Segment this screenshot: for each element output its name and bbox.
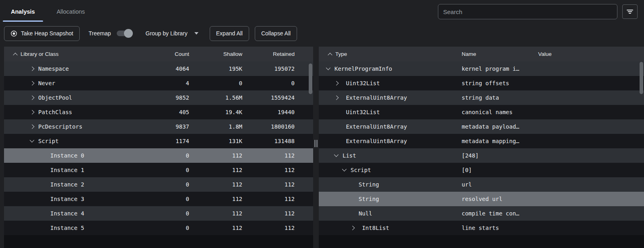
table-row[interactable]: Instance 5 0 112 112 (4, 221, 313, 235)
column-header-label: Library or Class (21, 51, 59, 57)
table-row[interactable]: _Uint32List string_offsets_ (319, 76, 644, 90)
chevron-right-icon[interactable] (31, 111, 38, 114)
treemap-toggle[interactable] (116, 29, 133, 38)
table-row[interactable]: _ExternalUint8Array string_data_ (319, 90, 644, 105)
library-or-class-cell: PcDescriptors (4, 123, 142, 130)
table-row[interactable]: _ExternalUint8Array metadata_payload… (319, 119, 644, 134)
expand-all-button[interactable]: Expand All (210, 26, 249, 41)
row-label: Namespace (38, 66, 69, 72)
table-row[interactable]: Instance 4 0 112 112 (4, 206, 313, 221)
type-cell: _ExternalUint8Array (319, 94, 462, 101)
table-row[interactable]: _ExternalUint8Array metadata_mapping… (319, 134, 644, 148)
table-row[interactable]: Script 1174 131K 131488 (4, 134, 313, 148)
chevron-right-icon[interactable] (31, 82, 38, 85)
no-chevron-icon (335, 125, 343, 128)
table-row[interactable]: Script [0] (319, 163, 644, 177)
chevron-down-icon[interactable] (335, 155, 343, 156)
row-label: PcDescriptors (38, 123, 83, 130)
shallow-cell: 112 (189, 167, 242, 173)
tab-allocations[interactable]: Allocations (46, 0, 96, 23)
shallow-cell: 19.4K (189, 109, 242, 115)
tab-analysis[interactable]: Analysis (0, 0, 46, 23)
row-type-label: KernelProgramInfo (334, 66, 392, 72)
tab-bar: Analysis Allocations (0, 0, 96, 23)
group-by-dropdown[interactable]: Group by Library (146, 30, 198, 37)
class-table-body: Namespace 4064 195K 195072 Never 4 0 0 O… (4, 61, 313, 235)
column-header-count[interactable]: Count (142, 51, 189, 57)
type-cell: _ExternalUint8Array (319, 138, 462, 144)
chevron-down-icon[interactable] (343, 169, 351, 171)
chevron-right-icon[interactable] (351, 226, 359, 230)
column-header-library-or-class[interactable]: Library or Class (4, 51, 142, 57)
no-chevron-icon (43, 183, 50, 186)
class-table-panel: Library or Class Count Shallow Retained … (4, 47, 313, 248)
table-row[interactable]: Null compile_time_con… (319, 206, 644, 221)
type-cell: _Uint32List (319, 80, 462, 86)
shallow-cell: 195K (189, 66, 242, 72)
chevron-right-icon[interactable] (335, 96, 343, 99)
library-or-class-cell: ObjectPool (4, 94, 142, 101)
field-name-cell: metadata_mapping… (462, 138, 538, 144)
detail-table-body: KernelProgramInfo kernel_program_i… _Uin… (319, 61, 644, 235)
chevron-down-icon[interactable] (327, 68, 334, 70)
column-header-type[interactable]: Type (319, 51, 462, 57)
row-type-label: _ExternalUint8Array (343, 94, 407, 101)
row-label: Instance 5 (50, 225, 84, 231)
row-label: Instance 3 (50, 196, 84, 202)
table-row[interactable]: Instance 1 0 112 112 (4, 163, 313, 177)
search-input[interactable] (438, 4, 617, 19)
shallow-cell: 1.56M (189, 94, 242, 101)
chevron-right-icon[interactable] (31, 125, 38, 128)
count-cell: 1174 (142, 138, 189, 144)
table-row[interactable]: Never 4 0 0 (4, 76, 313, 90)
shallow-cell: 112 (189, 210, 242, 217)
no-chevron-icon (335, 111, 343, 114)
column-header-value[interactable]: Value (538, 51, 638, 57)
chevron-right-icon[interactable] (31, 96, 38, 99)
count-cell: 0 (142, 152, 189, 159)
table-row[interactable]: Instance 0 0 112 112 (4, 148, 313, 163)
row-label: Instance 2 (50, 181, 84, 188)
type-cell: Null (319, 210, 462, 217)
take-heap-snapshot-button[interactable]: Take Heap Snapshot (4, 26, 80, 41)
column-header-retained[interactable]: Retained (242, 51, 295, 57)
column-header-shallow[interactable]: Shallow (189, 51, 242, 57)
field-name-cell: kernel_program_i… (462, 66, 538, 72)
row-label: Instance 4 (50, 210, 84, 217)
memory-toolbar: Take Heap Snapshot Treemap Group by Libr… (0, 23, 644, 43)
collapse-all-label: Collapse All (261, 30, 291, 37)
chevron-down-icon[interactable] (31, 140, 38, 142)
table-row[interactable]: String url_ (319, 177, 644, 192)
table-row[interactable]: KernelProgramInfo kernel_program_i… (319, 61, 644, 76)
library-or-class-cell: Instance 5 (4, 225, 142, 231)
table-row[interactable]: _Int8List line_starts_ (319, 221, 644, 235)
table-row[interactable]: Instance 2 0 112 112 (4, 177, 313, 192)
type-cell: _Uint32List (319, 109, 462, 115)
table-row[interactable]: List [248] (319, 148, 644, 163)
count-cell: 9852 (142, 94, 189, 101)
vertical-scrollbar-thumb[interactable] (309, 64, 312, 94)
chevron-right-icon[interactable] (335, 82, 343, 85)
row-type-label: _Uint32List (343, 80, 380, 86)
table-row[interactable]: Instance 3 0 112 112 (4, 192, 313, 206)
count-cell: 0 (142, 225, 189, 231)
snapshot-content: Library or Class Count Shallow Retained … (0, 43, 644, 248)
row-type-label: Script (351, 167, 371, 173)
splitter-handle[interactable] (315, 140, 318, 147)
table-row[interactable]: ObjectPool 9852 1.56M 1559424 (4, 90, 313, 105)
library-or-class-cell: PatchClass (4, 109, 142, 115)
table-row[interactable]: PatchClass 405 19.4K 19440 (4, 105, 313, 119)
row-label: ObjectPool (38, 94, 72, 101)
table-row[interactable]: String resolved_url_ (319, 192, 644, 206)
collapse-all-button[interactable]: Collapse All (255, 26, 297, 41)
table-row[interactable]: _Uint32List canonical_names_ (319, 105, 644, 119)
table-row[interactable]: Namespace 4064 195K 195072 (4, 61, 313, 76)
expand-all-label: Expand All (216, 30, 243, 37)
table-row[interactable]: PcDescriptors 9837 1.8M 1800160 (4, 119, 313, 134)
field-name-cell: canonical_names_ (462, 109, 538, 115)
filter-button[interactable] (622, 4, 638, 19)
count-cell: 405 (142, 109, 189, 115)
chevron-right-icon[interactable] (31, 67, 38, 70)
column-header-name[interactable]: Name (462, 51, 538, 57)
vertical-scrollbar-thumb[interactable] (640, 62, 643, 94)
